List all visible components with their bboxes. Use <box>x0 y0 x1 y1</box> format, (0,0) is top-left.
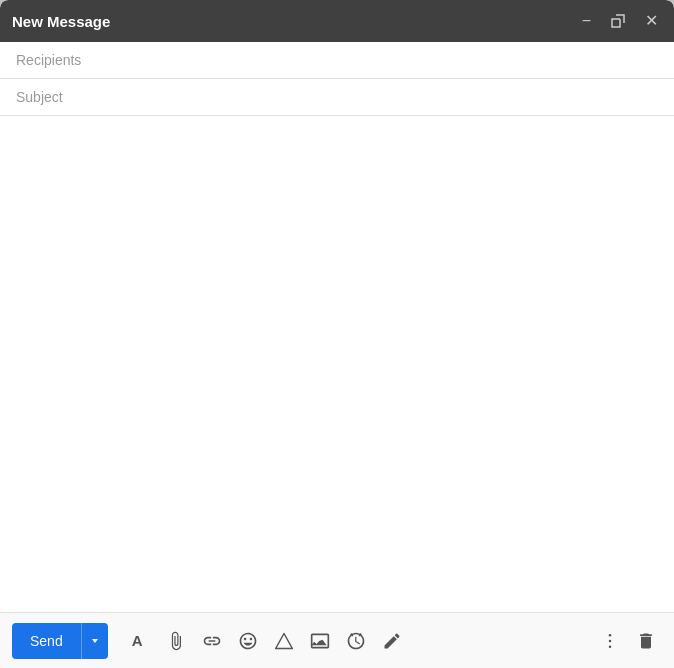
toolbar-right <box>594 627 662 655</box>
link-icon[interactable] <box>196 627 228 655</box>
svg-text:A: A <box>131 632 142 649</box>
body-area <box>0 116 674 612</box>
titlebar: New Message − ✕ <box>0 0 674 42</box>
window-controls: − ✕ <box>578 11 662 31</box>
toolbar: Send A <box>0 612 674 668</box>
delete-button[interactable] <box>630 627 662 655</box>
svg-point-4 <box>609 639 612 642</box>
svg-point-3 <box>609 633 612 636</box>
send-group: Send <box>12 623 108 659</box>
timer-icon[interactable] <box>340 627 372 655</box>
signature-icon[interactable] <box>376 627 408 655</box>
svg-point-5 <box>609 645 612 648</box>
recipients-input[interactable] <box>16 52 658 68</box>
send-button[interactable]: Send <box>12 623 81 659</box>
minimize-button[interactable]: − <box>578 11 595 31</box>
subject-input[interactable] <box>16 89 658 105</box>
recipients-field-row <box>0 42 674 79</box>
body-textarea[interactable] <box>16 128 658 600</box>
maximize-button[interactable] <box>607 12 629 30</box>
send-dropdown-button[interactable] <box>81 623 108 659</box>
svg-marker-0 <box>92 639 98 643</box>
close-button[interactable]: ✕ <box>641 11 662 31</box>
toolbar-icons: A <box>124 627 594 655</box>
more-options-button[interactable] <box>594 627 626 655</box>
drive-icon[interactable] <box>268 627 300 655</box>
formatting-icon[interactable]: A <box>124 627 156 655</box>
attach-icon[interactable] <box>160 627 192 655</box>
subject-field-row <box>0 79 674 116</box>
photo-icon[interactable] <box>304 627 336 655</box>
emoji-icon[interactable] <box>232 627 264 655</box>
compose-window: New Message − ✕ Send <box>0 0 674 668</box>
svg-marker-2 <box>275 633 292 648</box>
window-title: New Message <box>12 13 110 30</box>
